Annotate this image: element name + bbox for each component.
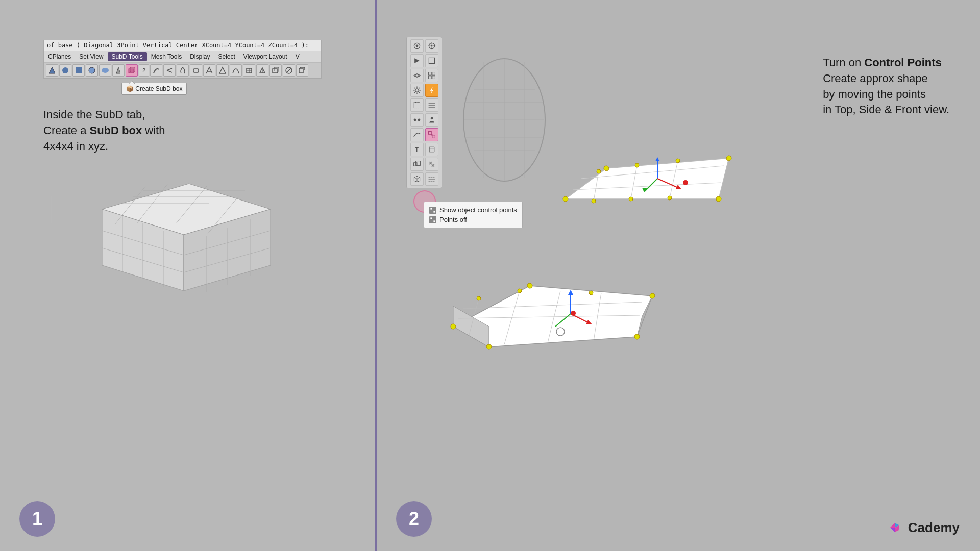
rt-btn-grid[interactable] <box>425 69 438 82</box>
svg-point-61 <box>413 119 416 121</box>
rt-row-10 <box>409 172 439 186</box>
step-number-1: 1 <box>19 501 55 537</box>
rt-btn-lines[interactable] <box>425 98 438 112</box>
tool-btn-subd-box[interactable] <box>126 64 138 77</box>
tool-btn-7[interactable] <box>150 64 162 77</box>
tool-btn-num[interactable]: 2 <box>139 64 149 77</box>
subd-oval-shape <box>453 41 555 194</box>
tool-btn-13[interactable] <box>230 64 242 77</box>
rt-btn-rect[interactable] <box>425 54 438 67</box>
svg-point-115 <box>683 180 688 185</box>
svg-rect-2 <box>76 67 82 73</box>
menu-display[interactable]: Display <box>186 52 214 61</box>
svg-point-132 <box>589 291 593 295</box>
right-toolbar: T <box>406 37 442 188</box>
svg-line-74 <box>414 178 417 179</box>
rt-btn-text[interactable]: T <box>410 143 424 156</box>
tool-btn-4[interactable] <box>86 64 98 77</box>
svg-line-75 <box>417 178 420 179</box>
svg-rect-8 <box>193 69 199 72</box>
svg-point-103 <box>597 169 601 173</box>
tool-btn-14[interactable] <box>243 64 255 77</box>
rt-btn-curve[interactable] <box>410 128 424 141</box>
rt-btn-quad[interactable] <box>410 158 424 171</box>
svg-point-3 <box>89 67 95 73</box>
menu-viewport[interactable]: Viewport Layout <box>239 52 291 61</box>
rt-btn-gear[interactable] <box>410 84 424 97</box>
svg-point-45 <box>431 45 432 46</box>
tool-btn-12[interactable] <box>216 64 229 77</box>
rt-btn-flash[interactable] <box>425 84 438 97</box>
svg-point-66 <box>431 134 432 135</box>
svg-marker-93 <box>566 158 729 199</box>
svg-point-129 <box>486 344 492 349</box>
rt-btn-eye[interactable] <box>410 69 424 82</box>
rt-btn-dash[interactable] <box>425 172 438 186</box>
rt-btn-circle[interactable] <box>410 39 424 53</box>
context-item-1-label: Show object control points <box>439 206 517 214</box>
tool-btn-8[interactable] <box>163 64 176 77</box>
tool-btn-18[interactable] <box>296 64 308 77</box>
rt-btn-box3d[interactable] <box>410 172 424 186</box>
right-panel: T <box>377 0 980 551</box>
svg-rect-15 <box>273 69 277 73</box>
tool-btn-17[interactable] <box>283 64 295 77</box>
menu-meshtools[interactable]: Mesh Tools <box>147 52 186 61</box>
tool-row: 2 <box>44 63 321 78</box>
tool-btn-6[interactable] <box>112 64 125 77</box>
rt-row-7 <box>409 128 439 141</box>
tool-btn-15[interactable] <box>256 64 268 77</box>
rt-btn-link[interactable] <box>425 158 438 171</box>
svg-point-99 <box>563 196 568 202</box>
menu-setview[interactable]: Set View <box>75 52 107 61</box>
svg-rect-54 <box>428 76 431 79</box>
instruction-line2: Create a SubD box with <box>43 123 165 139</box>
svg-point-107 <box>629 197 633 201</box>
tool-btn-5[interactable] <box>99 64 111 77</box>
tool-btn-11[interactable] <box>203 64 215 77</box>
rt-btn-dots[interactable] <box>410 113 424 127</box>
context-points-off[interactable]: Points off <box>429 215 517 224</box>
svg-rect-18 <box>299 69 303 73</box>
svg-rect-55 <box>432 76 435 79</box>
instruction-line2-right: Create approx shape <box>823 71 949 87</box>
rt-row-2 <box>409 54 439 67</box>
svg-rect-82 <box>430 217 432 219</box>
svg-rect-69 <box>415 161 420 166</box>
tool-btn-2[interactable] <box>59 64 71 77</box>
tool-btn-9[interactable] <box>177 64 189 77</box>
tool-btn-1[interactable] <box>46 64 58 77</box>
rt-row-9 <box>409 158 439 171</box>
menu-subdtools[interactable]: SubD Tools <box>108 52 147 61</box>
subd-flat-box-shape <box>555 128 739 240</box>
menu-v[interactable]: V <box>291 52 304 61</box>
tool-btn-16[interactable] <box>270 64 282 77</box>
svg-point-4 <box>102 68 109 73</box>
svg-marker-110 <box>655 157 659 161</box>
rt-btn-arrow[interactable] <box>410 54 424 67</box>
menu-cplanes[interactable]: CPlanes <box>44 52 75 61</box>
context-item-2-label: Points off <box>439 216 467 223</box>
instruction-line1-right: Turn on Control Points <box>823 55 949 71</box>
svg-point-128 <box>634 334 640 339</box>
rt-btn-corner[interactable] <box>410 98 424 112</box>
svg-point-139 <box>571 311 576 316</box>
tool-btn-3[interactable] <box>72 64 85 77</box>
rt-btn-target[interactable] <box>425 39 438 53</box>
cademy-icon <box>886 518 904 537</box>
svg-point-106 <box>592 199 596 203</box>
rt-row-6 <box>409 113 439 127</box>
rt-btn-points[interactable] <box>425 128 438 141</box>
rt-btn-blank[interactable] <box>425 143 438 156</box>
context-show-control-points[interactable]: Show object control points <box>429 205 517 215</box>
svg-point-1 <box>62 67 68 73</box>
rt-row-8: T <box>409 143 439 156</box>
rt-btn-person[interactable] <box>425 113 438 127</box>
svg-rect-50 <box>429 58 434 63</box>
svg-point-100 <box>604 166 609 171</box>
tool-btn-10[interactable] <box>190 64 202 77</box>
context-menu: Show object control points Points off <box>424 202 523 228</box>
svg-marker-10 <box>219 67 226 73</box>
rt-row-4 <box>409 84 439 97</box>
menu-select[interactable]: Select <box>214 52 239 61</box>
